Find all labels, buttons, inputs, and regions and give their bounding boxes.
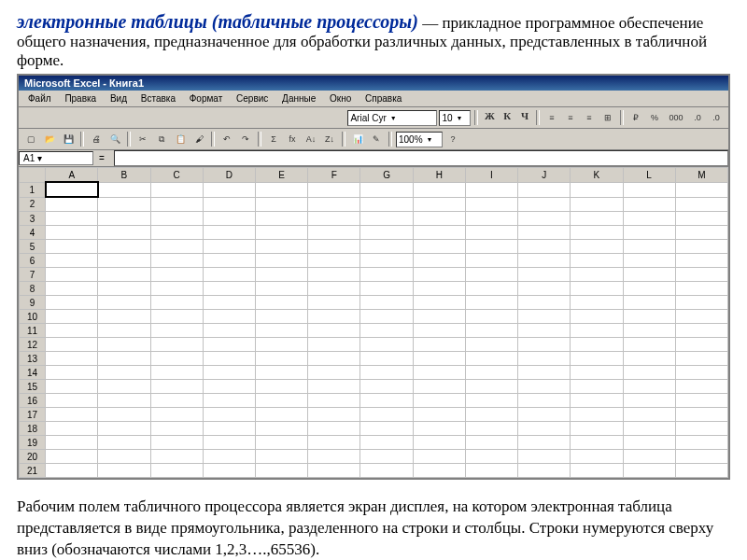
cell[interactable] — [571, 422, 623, 436]
cell[interactable] — [360, 212, 413, 226]
col-K[interactable]: K — [571, 168, 623, 183]
row-header[interactable]: 21 — [20, 464, 46, 478]
cell[interactable] — [150, 310, 203, 324]
row-header[interactable]: 7 — [20, 268, 46, 282]
cell[interactable] — [571, 352, 623, 366]
cell[interactable] — [675, 408, 727, 422]
cell[interactable] — [571, 282, 623, 296]
row-header[interactable]: 16 — [20, 394, 46, 408]
row-header[interactable]: 20 — [20, 450, 46, 464]
cell[interactable] — [308, 408, 360, 422]
cell[interactable] — [465, 394, 517, 408]
cell[interactable] — [46, 380, 98, 394]
fx-icon[interactable]: fx — [284, 131, 301, 147]
cell[interactable] — [360, 310, 413, 324]
cell[interactable] — [308, 212, 360, 226]
align-right-icon[interactable]: ≡ — [581, 109, 598, 126]
cell[interactable] — [98, 182, 150, 197]
col-I[interactable]: I — [465, 168, 517, 183]
cell[interactable] — [203, 182, 255, 197]
menu-data[interactable]: Данные — [276, 92, 321, 105]
cell[interactable] — [203, 436, 255, 450]
cell[interactable] — [255, 394, 307, 408]
cell[interactable] — [518, 436, 571, 450]
cell[interactable] — [465, 422, 517, 436]
cell[interactable] — [98, 464, 150, 478]
cell[interactable] — [98, 197, 150, 212]
cell[interactable] — [150, 254, 203, 268]
cell[interactable] — [413, 197, 465, 212]
cell[interactable] — [255, 422, 307, 436]
cell[interactable] — [360, 338, 413, 352]
italic-button[interactable]: К — [500, 109, 514, 126]
cell[interactable] — [465, 450, 517, 464]
cell[interactable] — [308, 182, 360, 197]
row-header[interactable]: 15 — [20, 380, 46, 394]
cell[interactable] — [255, 310, 307, 324]
cell[interactable] — [203, 268, 255, 282]
cell[interactable] — [150, 380, 203, 394]
cell[interactable] — [518, 197, 571, 212]
cell[interactable] — [675, 338, 727, 352]
cell[interactable] — [308, 380, 360, 394]
cell[interactable] — [360, 324, 413, 338]
cell[interactable] — [98, 310, 150, 324]
row-header[interactable]: 10 — [20, 310, 46, 324]
menu-edit[interactable]: Правка — [59, 92, 102, 105]
cell[interactable] — [465, 366, 517, 380]
cell[interactable] — [465, 464, 517, 478]
cell[interactable] — [675, 197, 727, 212]
cell[interactable] — [465, 380, 517, 394]
select-all-corner[interactable] — [20, 168, 46, 183]
cell[interactable] — [465, 296, 517, 310]
cell[interactable] — [623, 268, 675, 282]
cell[interactable] — [571, 240, 623, 254]
cell[interactable] — [150, 226, 203, 240]
cell[interactable] — [150, 338, 203, 352]
undo-icon[interactable]: ↶ — [218, 131, 235, 147]
cell[interactable] — [203, 212, 255, 226]
cell[interactable] — [308, 366, 360, 380]
cell[interactable] — [360, 408, 413, 422]
align-left-icon[interactable]: ≡ — [543, 109, 560, 126]
cell[interactable] — [203, 310, 255, 324]
row-header[interactable]: 12 — [20, 338, 46, 352]
cell[interactable] — [308, 352, 360, 366]
cell[interactable] — [255, 408, 307, 422]
cell[interactable] — [571, 366, 623, 380]
cell[interactable] — [360, 282, 413, 296]
cell[interactable] — [675, 422, 727, 436]
cell[interactable] — [675, 352, 727, 366]
row-header[interactable]: 6 — [20, 254, 46, 268]
cell[interactable] — [255, 436, 307, 450]
cell[interactable] — [623, 254, 675, 268]
cell[interactable] — [518, 212, 571, 226]
cell[interactable] — [571, 182, 623, 197]
cell[interactable] — [518, 268, 571, 282]
cell[interactable] — [413, 408, 465, 422]
cell[interactable] — [308, 324, 360, 338]
cell[interactable] — [98, 240, 150, 254]
cell[interactable] — [675, 366, 727, 380]
cell[interactable] — [623, 450, 675, 464]
bold-button[interactable]: Ж — [482, 109, 497, 126]
cell[interactable] — [571, 212, 623, 226]
cell[interactable] — [98, 226, 150, 240]
cell[interactable] — [623, 182, 675, 197]
cell[interactable] — [623, 282, 675, 296]
cell[interactable] — [360, 366, 413, 380]
cell[interactable] — [675, 282, 727, 296]
align-center-icon[interactable]: ≡ — [562, 109, 579, 126]
cell[interactable] — [518, 226, 571, 240]
cell[interactable] — [98, 436, 150, 450]
cell[interactable] — [150, 464, 203, 478]
cell[interactable] — [150, 436, 203, 450]
row-header[interactable]: 18 — [20, 422, 46, 436]
menu-window[interactable]: Окно — [324, 92, 357, 105]
cell[interactable] — [150, 352, 203, 366]
cell[interactable] — [360, 197, 413, 212]
cell[interactable] — [623, 226, 675, 240]
cell[interactable] — [203, 352, 255, 366]
cell[interactable] — [518, 352, 571, 366]
cell[interactable] — [98, 338, 150, 352]
